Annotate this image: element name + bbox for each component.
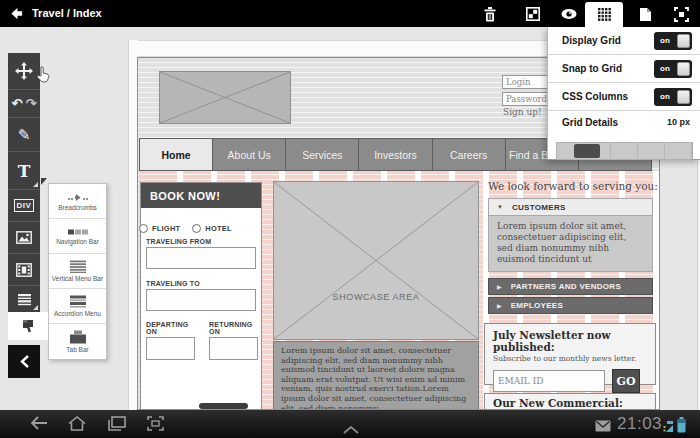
accordion-employees-header[interactable]: ▶ EMPLOYEES [488,297,653,314]
serving-heading: We look forward to serving you: [488,180,658,192]
snap-to-grid-toggle[interactable]: on [654,60,692,78]
email-field[interactable] [493,370,605,392]
display-grid-toggle[interactable]: on [654,32,692,50]
email-notification-icon[interactable] [595,418,611,436]
toggle-knob [677,90,690,104]
menu-row-snap-to-grid: Snap to Grid on [548,55,700,83]
nav-tab-about[interactable]: About Us [213,138,286,171]
chevron-up-icon [343,426,359,434]
component-item-accordion-menu[interactable]: Accordion Menu [49,289,106,324]
pencil-icon: ✎ [18,126,31,144]
back-button[interactable] [9,6,24,25]
go-button[interactable]: GO [612,369,640,393]
app-top-bar: Travel / Index [0,0,700,27]
placeholder-x-icon [274,182,478,339]
delete-button[interactable] [481,5,499,23]
accordion-customers-label: CUSTOMERS [512,203,566,212]
departing-on-label: DEPARTING ON [146,321,197,335]
toggle-state: on [660,92,670,101]
collapse-toolbar-button[interactable] [8,345,40,378]
nav-tab-investors[interactable]: Investors [359,138,432,171]
accordion-customers-header[interactable]: ▼ CUSTOMERS [488,198,653,216]
nav-recents-button[interactable] [108,416,126,435]
accordion-partners-label: PARTNERS AND VENDORS [511,282,621,291]
image-tool-button[interactable] [8,222,40,254]
undo-button[interactable]: ↶ [12,96,23,111]
traveling-from-field[interactable] [146,247,256,269]
signup-link[interactable]: Sign up! [503,107,542,117]
signal-strength-icon [663,419,674,437]
slider-thumb[interactable] [574,144,600,158]
redo-button[interactable]: ↷ [26,96,37,111]
div-tool-button[interactable]: DIV [8,190,40,222]
nav-home-button[interactable] [68,416,86,435]
menu-row-display-grid: Display Grid on [548,27,700,55]
departing-group: DEPARTING ON [146,321,197,360]
text-tool-button[interactable]: T [8,152,40,190]
move-icon [15,62,33,80]
navigation-bar-icon [67,228,89,236]
flyout-indicator-icon [33,182,38,187]
logo-image-placeholder[interactable] [159,71,291,124]
expand-tray-button[interactable] [343,420,359,438]
pencil-tool-button[interactable]: ✎ [8,118,40,152]
accordion-partners-header[interactable]: ▶ PARTNERS AND VENDORS [488,278,653,295]
grid-settings-menu: Display Grid on Snap to Grid on CSS Colu… [547,27,700,160]
traveling-to-field[interactable] [146,289,256,311]
nav-back-icon [30,416,48,430]
component-label: Navigation Bar [56,238,99,245]
returning-on-field[interactable] [209,337,258,360]
departing-on-field[interactable] [146,337,195,360]
component-label: Vertical Menu Bar [52,275,103,282]
newsletter-form: GO [493,369,647,393]
preview-button[interactable] [560,5,578,23]
fit-screen-icon [674,7,689,22]
trash-icon [483,7,497,22]
component-item-breadcrumbs[interactable]: Breadcrumbs [49,184,106,219]
android-status-bar: 21:03 [0,410,700,438]
css-columns-toggle[interactable]: on [654,88,692,106]
home-icon [68,416,86,431]
flight-radio[interactable] [139,224,148,233]
undo-redo-group: ↶ ↷ [8,90,40,118]
layout-widgets-button[interactable] [524,5,542,23]
nav-components-panel: Breadcrumbs Navigation Bar Vertical Menu… [48,183,107,360]
hand-cursor-icon [36,66,50,87]
returning-group: RETURNING ON [209,321,261,360]
booking-panel[interactable]: BOOK NOW! FLIGHT HOTEL TRAVELING FROM TR… [140,182,262,410]
fit-screen-button[interactable] [672,5,690,23]
intro-text-block[interactable]: Lorem ipsum dolor sit amet, consectetuer… [273,341,479,410]
screenshot-button[interactable] [147,416,164,435]
showcase-placeholder[interactable]: SHOWCASE AREA [273,181,479,340]
traveling-to-label: TRAVELING TO [146,280,261,287]
nav-tab-home[interactable]: Home [139,138,213,171]
slider-cell [638,143,665,159]
nav-back-button[interactable] [30,416,48,434]
recents-icon [108,416,126,431]
eye-icon [561,8,577,20]
hotel-radio[interactable] [192,224,201,233]
list-tool-button[interactable] [8,286,40,312]
grid-size-slider[interactable] [556,142,693,160]
widget-pointer-icon [20,318,36,334]
display-grid-label: Display Grid [562,35,621,46]
component-item-vertical-menu-bar[interactable]: Vertical Menu Bar [49,254,106,289]
div-tool-icon: DIV [14,199,35,212]
battery-icon [677,417,686,437]
grid-details-label: Grid Details [562,117,618,128]
component-label: Tab Bar [66,346,88,353]
component-item-tab-bar[interactable]: Tab Bar [49,324,106,359]
dates-row: DEPARTING ON RETURNING ON [146,321,261,360]
accordion-employees-label: EMPLOYEES [511,301,564,310]
layout-widgets-icon [526,7,540,21]
nav-tab-services[interactable]: Services [286,138,359,171]
new-page-button[interactable] [636,5,654,23]
toggle-knob [677,62,690,76]
component-item-navigation-bar[interactable]: Navigation Bar [49,219,106,254]
horizontal-scrollbar-thumb[interactable] [199,403,248,409]
widget-tool-button-selected[interactable] [8,312,48,340]
toggle-state: on [660,64,670,73]
nav-tab-careers[interactable]: Careers [433,138,506,171]
grid-settings-button[interactable] [595,5,613,23]
media-tool-button[interactable] [8,254,40,286]
